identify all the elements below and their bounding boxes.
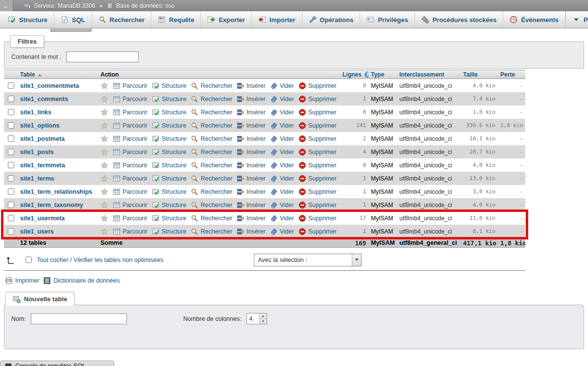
breadcrumb-server-link[interactable]: Serveur: MariaDB:3306: [34, 2, 95, 9]
tab-importer[interactable]: Importer: [252, 11, 302, 28]
row-checkbox[interactable]: [8, 228, 14, 235]
tab--v-nements[interactable]: Évènements: [503, 11, 565, 28]
action-structure[interactable]: Structure: [152, 188, 187, 196]
action-rechercher[interactable]: Rechercher: [191, 201, 232, 209]
action-ins-rer[interactable]: Insérer: [237, 175, 266, 183]
row-checkbox[interactable]: [8, 188, 14, 195]
action-parcourir[interactable]: Parcourir: [113, 122, 147, 130]
stepper-up-icon[interactable]: ▲: [260, 314, 267, 319]
action-supprimer[interactable]: Supprimer: [298, 201, 337, 209]
action-rechercher[interactable]: Rechercher: [191, 214, 232, 222]
table-name-link[interactable]: site1_terms: [20, 175, 54, 182]
row-checkbox[interactable]: [8, 202, 14, 208]
action-ins-rer[interactable]: Insérer: [237, 201, 266, 209]
select-dropdown-button[interactable]: [352, 254, 361, 266]
new-table-legend[interactable]: Nouvelle table: [5, 292, 74, 306]
sort-by-table-header[interactable]: Table: [20, 71, 42, 78]
action-supprimer[interactable]: Supprimer: [298, 148, 337, 156]
action-vider[interactable]: Vider: [270, 95, 294, 103]
row-checkbox[interactable]: [8, 96, 14, 102]
action-structure[interactable]: Structure: [152, 148, 187, 156]
table-name-link[interactable]: site1_postmeta: [20, 135, 65, 142]
action-rechercher[interactable]: Rechercher: [191, 95, 232, 103]
favorite-star-icon[interactable]: [100, 214, 108, 222]
filter-word-input[interactable]: [66, 52, 139, 62]
action-parcourir[interactable]: Parcourir: [113, 201, 147, 209]
action-supprimer[interactable]: Supprimer: [298, 175, 337, 183]
table-name-link[interactable]: site1_commentmeta: [20, 82, 79, 89]
stepper-down-icon[interactable]: ▼: [260, 319, 267, 324]
tab-plus[interactable]: Plus: [565, 11, 588, 28]
action-supprimer[interactable]: Supprimer: [298, 82, 337, 90]
table-name-link[interactable]: site1_posts: [20, 149, 54, 156]
favorite-star-icon[interactable]: [100, 161, 108, 169]
action-parcourir[interactable]: Parcourir: [113, 108, 147, 116]
row-checkbox[interactable]: [8, 135, 14, 142]
action-parcourir[interactable]: Parcourir: [113, 82, 147, 90]
action-ins-rer[interactable]: Insérer: [237, 95, 266, 103]
action-vider[interactable]: Vider: [270, 175, 294, 183]
action-vider[interactable]: Vider: [270, 161, 294, 169]
table-name-link[interactable]: site1_links: [20, 109, 51, 116]
table-name-link[interactable]: site1_usermeta: [20, 215, 65, 222]
action-supprimer[interactable]: Supprimer: [298, 188, 337, 196]
data-dictionary-link[interactable]: Dictionnaire de données: [43, 277, 120, 285]
action-structure[interactable]: Structure: [152, 95, 187, 103]
rows-help-icon[interactable]: [364, 71, 368, 78]
action-supprimer[interactable]: Supprimer: [298, 95, 337, 103]
favorite-star-icon[interactable]: [100, 108, 108, 116]
verify-tables-link[interactable]: Vérifier les tables non optimisées: [74, 257, 163, 263]
columns-count-stepper[interactable]: 4 ▲▼: [246, 313, 267, 324]
action-ins-rer[interactable]: Insérer: [237, 214, 266, 222]
row-checkbox[interactable]: [8, 109, 14, 115]
tab-requ-te[interactable]: Requête: [151, 11, 201, 28]
action-vider[interactable]: Vider: [270, 201, 294, 209]
row-checkbox[interactable]: [8, 175, 14, 182]
action-parcourir[interactable]: Parcourir: [113, 228, 147, 235]
tab-op-rations[interactable]: Opérations: [302, 11, 361, 28]
tab-proc-dures-stock-es[interactable]: Procédures stockées: [415, 11, 504, 28]
row-checkbox[interactable]: [8, 215, 14, 221]
action-parcourir[interactable]: Parcourir: [113, 135, 147, 143]
action-ins-rer[interactable]: Insérer: [237, 135, 266, 143]
action-supprimer[interactable]: Supprimer: [298, 161, 337, 169]
action-rechercher[interactable]: Rechercher: [191, 175, 232, 183]
action-rechercher[interactable]: Rechercher: [191, 188, 232, 196]
action-parcourir[interactable]: Parcourir: [113, 175, 147, 183]
tab-structure[interactable]: Structure: [1, 11, 54, 28]
action-rechercher[interactable]: Rechercher: [191, 122, 232, 130]
action-ins-rer[interactable]: Insérer: [237, 161, 266, 169]
tab-privil-ges[interactable]: Privilèges: [360, 11, 415, 28]
action-vider[interactable]: Vider: [270, 188, 294, 196]
action-ins-rer[interactable]: Insérer: [237, 188, 266, 196]
sql-console-toggle[interactable]: Console de requêtes SQL: [0, 361, 114, 366]
action-structure[interactable]: Structure: [152, 201, 187, 209]
action-supprimer[interactable]: Supprimer: [298, 108, 337, 116]
action-vider[interactable]: Vider: [270, 82, 294, 90]
action-vider[interactable]: Vider: [270, 135, 294, 143]
action-vider[interactable]: Vider: [270, 148, 294, 156]
action-structure[interactable]: Structure: [152, 108, 187, 116]
action-vider[interactable]: Vider: [270, 108, 294, 116]
action-structure[interactable]: Structure: [152, 228, 187, 235]
row-checkbox[interactable]: [8, 82, 14, 89]
breadcrumb-database-link[interactable]: Base de données: sso: [116, 2, 174, 9]
action-ins-rer[interactable]: Insérer: [237, 82, 266, 90]
action-structure[interactable]: Structure: [152, 214, 187, 222]
action-ins-rer[interactable]: Insérer: [237, 122, 266, 130]
table-name-link[interactable]: site1_term_relationships: [20, 188, 92, 195]
table-name-link[interactable]: site1_users: [20, 228, 54, 235]
action-structure[interactable]: Structure: [152, 175, 187, 183]
row-checkbox[interactable]: [8, 122, 14, 129]
action-rechercher[interactable]: Rechercher: [191, 161, 232, 169]
action-ins-rer[interactable]: Insérer: [237, 108, 266, 116]
sort-by-size-header[interactable]: Taille: [463, 71, 478, 78]
favorite-star-icon[interactable]: [100, 201, 108, 209]
action-rechercher[interactable]: Rechercher: [191, 108, 232, 116]
action-vider[interactable]: Vider: [270, 122, 294, 130]
favorite-star-icon[interactable]: [100, 175, 108, 183]
table-name-link[interactable]: site1_term_taxonomy: [20, 202, 83, 209]
action-parcourir[interactable]: Parcourir: [113, 214, 147, 222]
action-supprimer[interactable]: Supprimer: [298, 228, 337, 235]
favorite-star-icon[interactable]: [100, 122, 108, 130]
